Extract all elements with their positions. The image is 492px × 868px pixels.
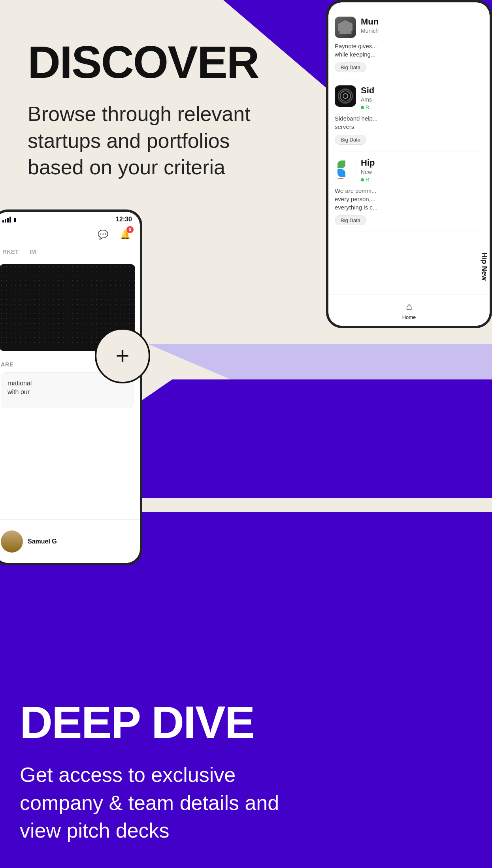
status-time: 12:30 (116, 216, 132, 223)
startup-logo-mun (335, 17, 356, 38)
startup-card-sideband[interactable]: Sid Ams R Sideband help...servers Big Da… (335, 79, 483, 151)
tag-bigdata-mun[interactable]: Big Data (335, 62, 366, 72)
startup-desc-sideband: Sideband help...servers (335, 114, 483, 131)
share-card-text: rnationalwith our (8, 379, 127, 397)
startup-location-sideband: Ams (361, 96, 483, 103)
status-dot-sideband (361, 106, 364, 109)
tab-im[interactable]: IM (28, 244, 38, 260)
startup-desc-hip: We are comm...every person,...everything… (335, 187, 483, 211)
hip-new-label: Hip New (480, 253, 488, 281)
startup-name-mun: Mun (361, 17, 483, 27)
startup-location-hip: New (361, 169, 483, 175)
startup-info-sideband: Sid Ams R (361, 85, 483, 110)
signal-bar-4 (9, 217, 11, 223)
startup-status-sideband: R (361, 104, 483, 110)
tab-market[interactable]: RKET (1, 244, 20, 260)
nav-item-home[interactable]: ⌂ Home (402, 300, 416, 320)
battery-icon: ▮ (13, 216, 17, 223)
startup-card-mun-header: Mun Munich (335, 17, 483, 38)
startup-name-sideband: Sid (361, 85, 483, 96)
startup-card-mun[interactable]: Mun Munich Paynote gives...while keeping… (335, 10, 483, 79)
phone-right-mockup: Mun Munich Paynote gives...while keeping… (326, 0, 492, 328)
chat-icon-button[interactable]: 💬 (96, 228, 110, 242)
deep-dive-title: DEEP DIVE (20, 700, 472, 745)
deep-dive-subtitle: Get access to exclusive company & team d… (20, 761, 296, 844)
samuel-avatar (1, 530, 23, 553)
signal-bar-2 (5, 219, 6, 223)
phone-bottom-nav: ⌂ Home (328, 294, 490, 326)
signal-bar-1 (2, 220, 4, 223)
phone-right-inner: Mun Munich Paynote gives...while keeping… (328, 2, 490, 326)
plus-icon: + (115, 344, 129, 368)
tag-bigdata-sideband[interactable]: Big Data (335, 135, 366, 145)
notification-bell-button[interactable]: 🔔 8 (118, 228, 132, 242)
status-bar: ▮ 12:30 (0, 212, 140, 225)
tag-row-hip: Big Data (335, 215, 483, 225)
status-text-hip: R (366, 177, 369, 183)
tag-bigdata-hip[interactable]: Big Data (335, 215, 366, 225)
tag-row-sideband: Big Data (335, 135, 483, 145)
status-dot-hip (361, 178, 364, 181)
signal-bars (2, 217, 11, 223)
phone-right-content: Mun Munich Paynote gives...while keeping… (328, 2, 490, 240)
startup-card-hip[interactable]: Hip New R We are comm...every person,...… (335, 151, 483, 232)
home-icon: ⌂ (406, 300, 412, 313)
phone-header-icons: 💬 🔔 8 (0, 225, 140, 244)
startup-info-mun: Mun Munich (361, 17, 483, 36)
startup-card-sideband-header: Sid Ams R (335, 85, 483, 110)
startup-name-hip: Hip (361, 158, 483, 168)
samuel-name: Samuel G (28, 538, 57, 545)
deep-dive-section: DEEP DIVE Get access to exclusive compan… (20, 700, 472, 844)
startup-card-hip-header: Hip New R (335, 158, 483, 183)
startup-logo-hip (335, 158, 356, 179)
status-text-sideband: R (366, 104, 369, 110)
plus-button[interactable]: + (95, 328, 150, 383)
discover-section: DISCOVER Browse through relevant startup… (28, 40, 259, 181)
samuel-profile-row[interactable]: Samuel G (0, 519, 140, 563)
startup-info-hip: Hip New R (361, 158, 483, 183)
discover-title: DISCOVER (28, 40, 259, 85)
startup-location-mun: Munich (361, 28, 483, 34)
nav-home-label: Home (402, 314, 416, 320)
notification-badge: 8 (126, 226, 134, 233)
startup-logo-sideband (335, 85, 356, 107)
chat-icon: 💬 (98, 230, 108, 240)
phone-left-mockup: ▮ 12:30 💬 🔔 8 RKET IM ARE rna (0, 209, 142, 565)
tag-row-mun: Big Data (335, 62, 483, 72)
phone-tabs: RKET IM (0, 244, 140, 260)
startup-status-hip: R (361, 177, 483, 183)
signal-bar-3 (7, 218, 9, 223)
sideband-logo-inner (338, 89, 353, 104)
startup-desc-mun: Paynote gives...while keeping... (335, 42, 483, 58)
phone-left-inner: ▮ 12:30 💬 🔔 8 RKET IM ARE rna (0, 212, 140, 563)
discover-subtitle: Browse through relevant startups and por… (28, 101, 257, 181)
